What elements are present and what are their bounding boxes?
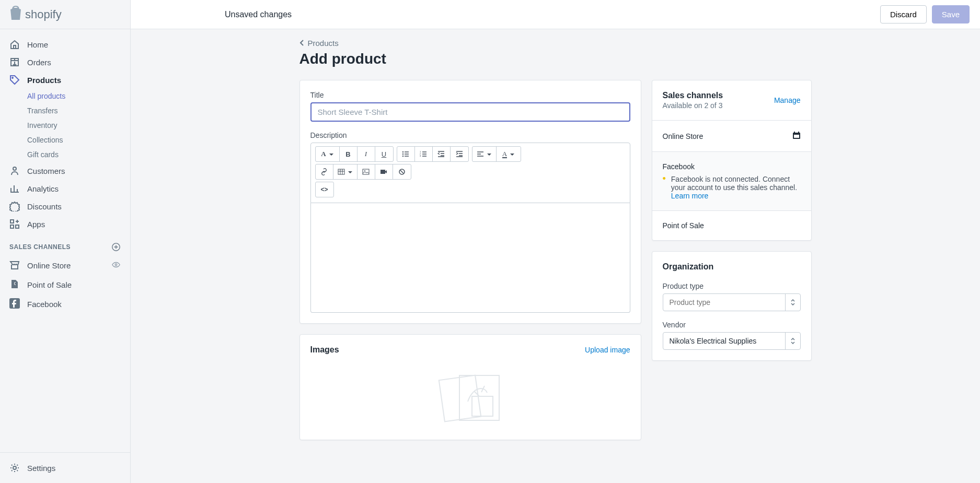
svg-rect-3 xyxy=(10,225,14,228)
breadcrumb[interactable]: Products xyxy=(299,39,812,48)
svg-rect-4 xyxy=(16,225,19,228)
calendar-icon[interactable] xyxy=(792,131,801,141)
discard-button[interactable]: Discard xyxy=(880,5,927,23)
svg-rect-16 xyxy=(363,169,369,174)
rte-outdent-button[interactable] xyxy=(433,147,451,161)
nav-apps[interactable]: Apps xyxy=(0,215,130,233)
nav-settings[interactable]: Settings xyxy=(0,459,130,477)
subnav-collections[interactable]: Collections xyxy=(27,133,130,147)
images-heading: Images xyxy=(310,345,339,355)
description-label: Description xyxy=(310,131,630,139)
rte-indent-button[interactable] xyxy=(451,147,468,161)
title-input[interactable] xyxy=(310,102,630,122)
breadcrumb-text: Products xyxy=(308,39,339,48)
subnav-all-products[interactable]: All products xyxy=(27,89,130,103)
customers-icon xyxy=(9,166,20,176)
select-caret-icon xyxy=(785,293,801,311)
facebook-icon xyxy=(9,298,20,310)
channel-facebook[interactable]: Facebook xyxy=(0,294,130,314)
shopify-logo[interactable]: shopify xyxy=(9,6,62,23)
svg-point-9 xyxy=(402,151,403,152)
rte-number-list-button[interactable]: 123 xyxy=(415,147,433,161)
svg-rect-22 xyxy=(472,396,493,416)
svg-rect-26 xyxy=(798,132,799,133)
svg-rect-15 xyxy=(338,169,344,174)
nav-home[interactable]: Home xyxy=(0,36,130,53)
product-type-select[interactable] xyxy=(663,293,801,311)
facebook-warning-a: Facebook is not connected. xyxy=(671,175,760,183)
title-label: Title xyxy=(310,91,630,99)
online-store-icon xyxy=(9,260,20,272)
product-type-label: Product type xyxy=(663,282,801,290)
rte-bold-button[interactable]: B xyxy=(340,147,358,161)
svg-rect-25 xyxy=(794,132,795,133)
svg-rect-18 xyxy=(381,170,385,174)
channel-online-store-label: Online Store xyxy=(27,261,71,270)
svg-point-8 xyxy=(13,466,16,469)
discounts-icon xyxy=(9,201,20,211)
analytics-icon xyxy=(9,183,20,194)
vendor-select[interactable] xyxy=(663,332,801,350)
sales-channels-heading: Sales channels xyxy=(663,91,723,100)
subnav-transfers[interactable]: Transfers xyxy=(27,103,130,118)
channel-facebook-label: Facebook xyxy=(27,300,62,309)
products-icon xyxy=(9,75,20,85)
upload-image-link[interactable]: Upload image xyxy=(585,346,630,354)
product-details-card: Title Description A xyxy=(299,80,641,324)
image-dropzone[interactable] xyxy=(310,355,630,429)
rte-clear-button[interactable] xyxy=(393,164,411,179)
nav-analytics-label: Analytics xyxy=(27,184,59,193)
nav-products-label: Products xyxy=(27,76,61,85)
rte-align-button[interactable] xyxy=(472,147,497,161)
page-title: Add product xyxy=(299,51,812,67)
organization-heading: Organization xyxy=(663,262,801,272)
rte-table-button[interactable] xyxy=(333,164,358,179)
subnav-gift-cards[interactable]: Gift cards xyxy=(27,147,130,162)
logo-area: shopify xyxy=(0,0,130,29)
home-icon xyxy=(9,39,20,50)
images-card: Images Upload image xyxy=(299,334,641,440)
sales-channels-availability: Available on 2 of 3 xyxy=(663,101,723,110)
rte-italic-button[interactable]: I xyxy=(358,147,375,161)
nav-customers[interactable]: Customers xyxy=(0,162,130,180)
svg-point-11 xyxy=(402,156,403,157)
rte-underline-button[interactable]: U xyxy=(375,147,393,161)
rte-link-button[interactable] xyxy=(316,164,333,179)
settings-icon xyxy=(9,463,20,473)
nav-apps-label: Apps xyxy=(27,220,45,229)
add-channel-icon[interactable] xyxy=(111,242,121,252)
nav: Home Orders Products All products Transf… xyxy=(0,29,130,452)
sales-channels-header: SALES CHANNELS xyxy=(0,233,130,256)
subnav-inventory[interactable]: Inventory xyxy=(27,118,130,133)
svg-point-1 xyxy=(13,167,16,170)
description-editor[interactable] xyxy=(310,203,630,313)
channel-pos[interactable]: Point of Sale xyxy=(0,275,130,294)
select-caret-icon xyxy=(785,332,801,350)
save-button[interactable]: Save xyxy=(932,5,970,23)
learn-more-link[interactable]: Learn more xyxy=(671,192,709,200)
rte-bullet-list-button[interactable] xyxy=(397,147,415,161)
orders-icon xyxy=(9,57,20,67)
eye-icon[interactable] xyxy=(111,260,121,271)
channel-pos-label: Point of Sale xyxy=(27,280,72,289)
rte-font-button[interactable]: A xyxy=(316,147,340,161)
sidebar-footer: Settings xyxy=(0,452,130,483)
rte-image-button[interactable] xyxy=(358,164,375,179)
channel-online-store[interactable]: Online Store xyxy=(0,256,130,275)
svg-point-0 xyxy=(12,77,14,79)
vendor-label: Vendor xyxy=(663,321,801,329)
sidebar: shopify Home Orders Products All product… xyxy=(0,0,131,483)
nav-settings-label: Settings xyxy=(27,464,55,473)
nav-orders[interactable]: Orders xyxy=(0,53,130,71)
nav-customers-label: Customers xyxy=(27,167,65,175)
nav-home-label: Home xyxy=(27,40,48,49)
nav-products[interactable]: Products xyxy=(0,71,130,89)
svg-rect-24 xyxy=(794,135,799,138)
rte-video-button[interactable] xyxy=(375,164,393,179)
nav-analytics[interactable]: Analytics xyxy=(0,180,130,197)
manage-channels-link[interactable]: Manage xyxy=(774,96,801,104)
nav-discounts[interactable]: Discounts xyxy=(0,197,130,215)
rte-html-button[interactable]: <> xyxy=(316,182,333,197)
rte-color-button[interactable]: A xyxy=(497,147,521,161)
channel-row-pos: Point of Sale xyxy=(663,221,704,230)
